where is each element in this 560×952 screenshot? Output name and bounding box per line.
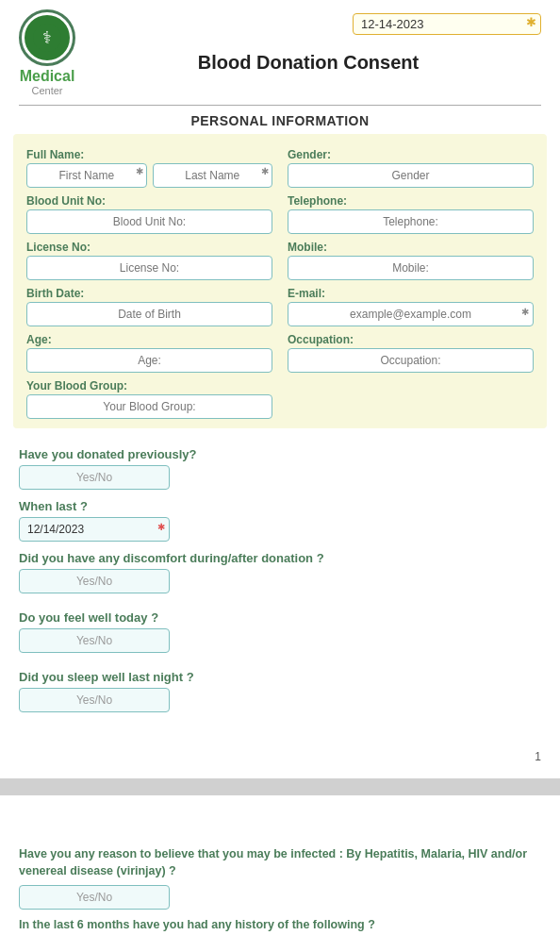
logo-inner: ⚕ <box>25 15 70 60</box>
left-column: Full Name: ✱ ✱ Blood Unit No: License No… <box>26 142 272 419</box>
medical-icon: ⚕ <box>32 23 62 53</box>
section-title: PERSONAL INFORMATION <box>0 106 560 134</box>
logo-area: ⚕ Medical Center <box>19 9 75 96</box>
email-asterisk-icon: ✱ <box>521 307 529 317</box>
personal-info-cols: Full Name: ✱ ✱ Blood Unit No: License No… <box>26 142 534 419</box>
q3-label: Did you have any discomfort during/after… <box>19 551 541 565</box>
full-name-label: Full Name: <box>26 148 272 161</box>
last-name-asterisk-icon: ✱ <box>261 166 269 176</box>
svg-text:⚕: ⚕ <box>42 28 52 47</box>
q4-yesno-btn[interactable]: Yes/No <box>19 628 170 653</box>
last-name-input[interactable] <box>153 163 273 188</box>
main-title: Blood Donation Consent <box>75 52 541 74</box>
right-column: Gender: Telephone: Mobile: E-mail: ✱ Occ… <box>288 142 534 419</box>
occupation-input[interactable] <box>288 348 534 373</box>
gender-input[interactable] <box>288 163 534 188</box>
mobile-label: Mobile: <box>288 241 534 254</box>
q1-yesno-btn[interactable]: Yes/No <box>19 465 170 490</box>
first-name-wrapper: ✱ <box>26 163 147 188</box>
when-last-input[interactable] <box>19 517 170 542</box>
logo-sub: Center <box>31 85 62 96</box>
first-name-input[interactable] <box>26 163 147 188</box>
gender-label: Gender: <box>288 148 534 161</box>
date-input[interactable] <box>353 13 541 35</box>
email-input[interactable] <box>288 302 534 326</box>
title-area: Blood Donation Consent <box>75 52 541 74</box>
date-box: ✱ <box>353 13 541 35</box>
blood-group-label: Your Blood Group: <box>26 379 272 392</box>
telephone-label: Telephone: <box>288 194 534 208</box>
date-asterisk-icon: ✱ <box>526 15 536 29</box>
date-input-wrapper: ✱ <box>353 13 541 35</box>
occupation-label: Occupation: <box>288 333 534 346</box>
logo-text: Medical <box>20 68 75 85</box>
personal-info-section: Full Name: ✱ ✱ Blood Unit No: License No… <box>13 134 547 428</box>
q4-label: Do you feel well today ? <box>19 610 541 625</box>
last-name-wrapper: ✱ <box>153 163 273 188</box>
page-number: 1 <box>535 750 541 763</box>
birth-date-label: Birth Date: <box>26 287 272 300</box>
bottom-spacer <box>0 712 560 769</box>
mobile-input[interactable] <box>288 256 534 280</box>
page-break <box>0 778 560 795</box>
license-input[interactable] <box>26 256 272 280</box>
q6-yesno-btn[interactable]: Yes/No <box>19 885 170 910</box>
first-name-asterisk-icon: ✱ <box>136 166 143 176</box>
q3-yesno-btn[interactable]: Yes/No <box>19 569 170 593</box>
second-page: Have you any reason to believe that you … <box>0 795 560 944</box>
q1-label: Have you donated previously? <box>19 447 541 461</box>
q7-label: In the last 6 months have you had any hi… <box>19 917 541 934</box>
q5-label: Did you sleep well last night ? <box>19 670 541 684</box>
when-last-wrapper: ✱ <box>19 517 170 542</box>
blood-group-input[interactable] <box>26 394 272 419</box>
age-label: Age: <box>26 333 272 346</box>
age-input[interactable] <box>26 348 272 373</box>
license-label: License No: <box>26 241 272 254</box>
blood-unit-label: Blood Unit No: <box>26 194 272 208</box>
header: ⚕ Medical Center Blood Donation Consent … <box>0 0 560 101</box>
page: ⚕ Medical Center Blood Donation Consent … <box>0 0 560 952</box>
blood-unit-input[interactable] <box>26 209 272 234</box>
when-last-asterisk-icon: ✱ <box>157 522 165 532</box>
q2-label: When last ? <box>19 499 541 513</box>
email-wrapper: ✱ <box>288 302 534 326</box>
q6-label: Have you any reason to believe that you … <box>19 846 541 879</box>
spacer1 <box>19 593 541 601</box>
name-row: ✱ ✱ <box>26 163 272 188</box>
second-page-top-spacer <box>19 809 541 846</box>
questions-section: Have you donated previously? Yes/No When… <box>0 428 560 712</box>
q5-yesno-btn[interactable]: Yes/No <box>19 688 170 712</box>
telephone-input[interactable] <box>288 209 534 234</box>
logo-circle: ⚕ <box>19 9 75 66</box>
email-label: E-mail: <box>288 287 534 300</box>
spacer2 <box>19 653 541 660</box>
birth-date-input[interactable] <box>26 302 272 326</box>
